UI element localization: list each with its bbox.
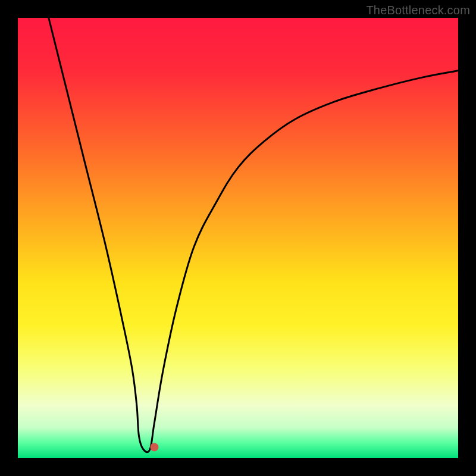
watermark-credit: TheBottleneck.com: [366, 4, 470, 17]
chart-svg: [18, 18, 458, 458]
plot-area: [18, 18, 458, 458]
chart-frame: TheBottleneck.com: [0, 0, 476, 476]
optimum-marker: [150, 443, 158, 452]
